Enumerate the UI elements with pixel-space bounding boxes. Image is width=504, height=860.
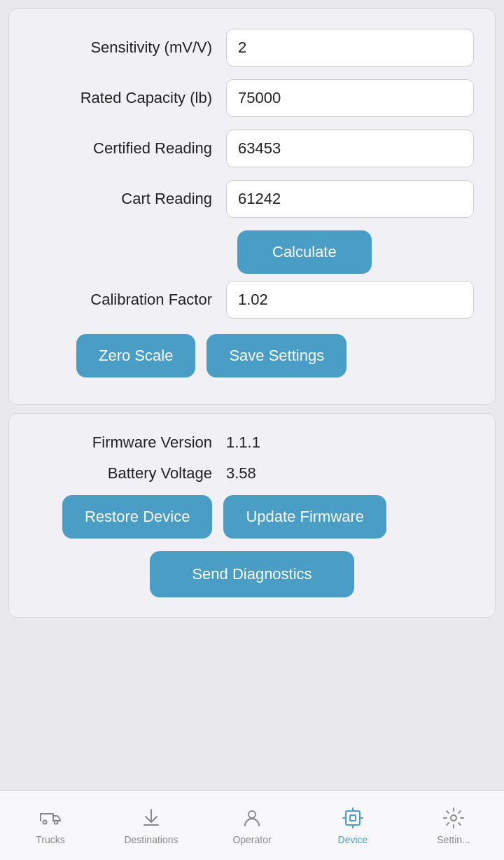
cart-reading-row: Cart Reading (30, 180, 474, 218)
tab-destinations-label: Destinations (124, 834, 178, 845)
tab-settings-label: Settin... (437, 834, 470, 845)
tab-trucks[interactable]: Trucks (0, 791, 101, 860)
calculate-row: Calculate (30, 230, 474, 274)
svg-point-2 (248, 811, 255, 818)
cart-reading-label: Cart Reading (30, 190, 226, 208)
battery-voltage-value: 3.58 (226, 464, 256, 483)
zero-scale-button[interactable]: Zero Scale (76, 334, 195, 377)
certified-reading-row: Certified Reading (30, 130, 474, 167)
tab-operator[interactable]: Operator (202, 791, 302, 860)
rated-capacity-input[interactable] (226, 79, 474, 117)
tab-bar: Trucks Destinations Operator (0, 790, 504, 860)
send-diagnostics-button[interactable]: Send Diagnostics (150, 551, 354, 597)
tab-operator-label: Operator (232, 834, 271, 845)
tab-trucks-label: Trucks (36, 834, 64, 845)
operator-icon (239, 805, 265, 831)
device-card: Firmware Version 1.1.1 Battery Voltage 3… (8, 413, 496, 618)
sensitivity-label: Sensitivity (mV/V) (30, 39, 226, 57)
calibration-factor-row: Calibration Factor (30, 281, 474, 319)
svg-point-1 (55, 821, 58, 824)
battery-voltage-row: Battery Voltage 3.58 (30, 464, 474, 483)
sensitivity-input[interactable] (226, 29, 474, 67)
calibration-factor-label: Calibration Factor (30, 291, 226, 309)
rated-capacity-row: Rated Capacity (lb) (30, 79, 474, 117)
firmware-version-label: Firmware Version (30, 434, 226, 452)
update-firmware-button[interactable]: Update Firmware (223, 495, 386, 539)
firmware-version-value: 1.1.1 (226, 434, 260, 452)
tab-device[interactable]: Device (302, 791, 403, 860)
restore-device-button[interactable]: Restore Device (62, 495, 212, 539)
destinations-icon (139, 805, 164, 831)
settings-icon (441, 805, 466, 831)
calculate-button[interactable]: Calculate (237, 230, 372, 274)
tab-destinations[interactable]: Destinations (101, 791, 202, 860)
rated-capacity-label: Rated Capacity (lb) (30, 89, 226, 107)
certified-reading-input[interactable] (226, 130, 474, 167)
trucks-icon (38, 805, 63, 831)
main-content: Sensitivity (mV/V) Rated Capacity (lb) C… (0, 0, 504, 790)
svg-point-9 (451, 815, 456, 821)
firmware-version-row: Firmware Version 1.1.1 (30, 434, 474, 452)
tab-device-label: Device (338, 834, 368, 845)
svg-rect-4 (350, 815, 356, 821)
save-settings-button[interactable]: Save Settings (206, 334, 346, 377)
cart-reading-input[interactable] (226, 180, 474, 218)
send-diagnostics-row: Send Diagnostics (30, 551, 474, 597)
certified-reading-label: Certified Reading (30, 139, 226, 158)
scale-buttons-row: Zero Scale Save Settings (30, 334, 474, 377)
svg-point-0 (43, 821, 47, 824)
battery-voltage-label: Battery Voltage (30, 464, 226, 483)
calibration-card: Sensitivity (mV/V) Rated Capacity (lb) C… (8, 8, 496, 405)
device-buttons-row: Restore Device Update Firmware (30, 495, 474, 539)
sensitivity-row: Sensitivity (mV/V) (30, 29, 474, 67)
tab-settings[interactable]: Settin... (403, 791, 504, 860)
calibration-factor-input[interactable] (226, 281, 474, 319)
svg-rect-3 (346, 811, 360, 825)
device-icon (340, 805, 365, 831)
